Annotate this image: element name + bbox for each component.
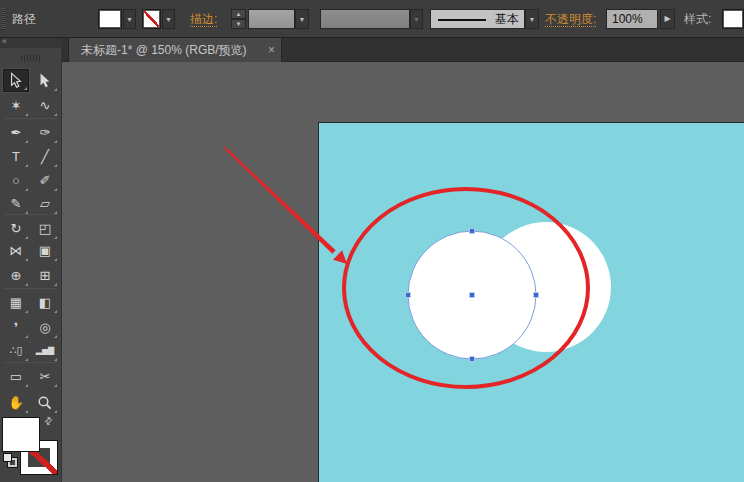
document-tab[interactable]: 未标题-1* @ 150% (RGB/预览) × [68, 38, 282, 62]
scale-tool[interactable]: ◰ [32, 217, 58, 240]
red-arrow-shaft [224, 147, 335, 254]
pencil-tool[interactable]: ✎ [3, 192, 29, 215]
perspective-grid-tool[interactable]: ⊞ [32, 264, 58, 287]
swap-fill-stroke-icon[interactable]: ⇄ [41, 414, 55, 428]
anchor-top[interactable] [470, 229, 475, 234]
type-tool[interactable]: T [3, 145, 29, 168]
eyedropper-icon: ❜ [14, 320, 18, 335]
opacity-panel-link[interactable]: 不透明度: [545, 0, 596, 38]
lasso-tool[interactable]: ∿ [32, 94, 58, 117]
default-fill-stroke-icon[interactable] [3, 453, 17, 467]
artboard-icon: ▭ [10, 369, 22, 384]
magic-wand-icon: ✶ [11, 98, 22, 113]
free-transform-icon: ▣ [39, 243, 51, 258]
curvature-pen-icon: ✑ [40, 125, 51, 140]
mini-fill-square [3, 453, 12, 462]
anchor-center[interactable] [470, 293, 475, 298]
variable-width-profile-field[interactable] [320, 9, 410, 29]
perspective-grid-icon: ⊞ [40, 268, 51, 283]
red-arrow-head [333, 250, 347, 264]
anchor-left[interactable] [406, 293, 411, 298]
mesh-icon: ▦ [10, 295, 22, 310]
mesh-tool[interactable]: ▦ [3, 291, 29, 314]
direct-selection-tool[interactable] [32, 69, 58, 92]
symbol-sprayer-tool[interactable]: ∴▯ [3, 339, 29, 362]
ellipse-icon: ○ [12, 173, 20, 188]
stroke-weight-dropdown-icon[interactable]: ▼ [295, 9, 309, 29]
fill-color-indicator[interactable] [2, 417, 40, 452]
anchor-right[interactable] [534, 293, 539, 298]
tools-panel: « ✶ ∿ ✒ ✑ T ╱ [0, 38, 62, 482]
shape-builder-tool[interactable]: ⊕ [3, 264, 29, 287]
curvature-tool[interactable]: ✑ [32, 121, 58, 144]
width-tool[interactable]: ⋈ [3, 239, 29, 262]
tab-close-icon[interactable]: × [268, 38, 275, 62]
style-swatch[interactable] [722, 9, 744, 29]
selection-arrow-icon [8, 72, 24, 89]
fill-dropdown-arrow-icon[interactable]: ▼ [123, 9, 136, 29]
zoom-tool[interactable] [32, 391, 58, 414]
panel-grip[interactable] [1, 8, 5, 30]
blend-tool[interactable]: ◎ [32, 316, 58, 339]
brush-definition-field[interactable]: 基本 [430, 9, 525, 29]
opacity-link-label: 不透明度: [545, 12, 596, 27]
stepper-up-icon[interactable]: ▲ [231, 9, 246, 19]
slice-tool[interactable]: ✂ [32, 365, 58, 388]
control-panel: 路径 ▼ ▼ 描边: ▲ ▼ ▼ ▼ 基本 ▼ 不透明度: 100% ▶ 样式: [0, 0, 744, 38]
brush-name: 基本 [495, 10, 519, 28]
variable-width-dropdown-icon[interactable]: ▼ [410, 9, 423, 29]
brush-stroke-preview [438, 19, 486, 21]
pen-icon: ✒ [11, 125, 22, 140]
selection-tool[interactable] [3, 69, 29, 92]
rotate-tool[interactable]: ↻ [3, 217, 29, 240]
rotate-icon: ↻ [11, 221, 22, 236]
pen-tool[interactable]: ✒ [3, 121, 29, 144]
magic-wand-tool[interactable]: ✶ [3, 94, 29, 117]
zoom-magnifier-icon [37, 395, 53, 411]
stroke-color-swatch[interactable] [142, 9, 161, 29]
red-arrow-annotation [224, 147, 347, 264]
tools-panel-header: « [0, 38, 62, 48]
column-graph-tool[interactable]: ▂▅▇ [32, 339, 58, 362]
stepper-down-icon[interactable]: ▼ [231, 19, 246, 29]
fill-color-swatch[interactable] [98, 9, 122, 29]
line-segment-tool[interactable]: ╱ [32, 145, 58, 168]
brush-dropdown-icon[interactable]: ▼ [525, 9, 539, 29]
hand-tool[interactable]: ✋ [3, 391, 29, 414]
anchor-bottom[interactable] [470, 357, 475, 362]
collapse-panel-icon[interactable]: « [2, 36, 7, 46]
canvas-overlay [62, 62, 744, 482]
eyedropper-tool[interactable]: ❜ [3, 316, 29, 339]
opacity-slider-arrow-icon[interactable]: ▶ [660, 9, 675, 29]
document-canvas[interactable] [62, 62, 744, 482]
illustrator-window: 路径 ▼ ▼ 描边: ▲ ▼ ▼ ▼ 基本 ▼ 不透明度: 100% ▶ 样式:… [0, 0, 744, 482]
document-tab-bar: 未标题-1* @ 150% (RGB/预览) × [62, 38, 744, 62]
paintbrush-tool[interactable]: ✐ [32, 169, 58, 192]
hand-icon: ✋ [8, 395, 24, 410]
paintbrush-icon: ✐ [40, 173, 51, 188]
tools-divider [4, 288, 58, 289]
selection-type-label: 路径 [12, 0, 36, 38]
ellipse-tool[interactable]: ○ [3, 169, 29, 192]
line-segment-icon: ╱ [41, 149, 49, 164]
eraser-icon: ▱ [40, 196, 50, 211]
lasso-icon: ∿ [40, 98, 51, 113]
width-tool-icon: ⋈ [10, 243, 23, 258]
gradient-tool[interactable]: ◧ [32, 291, 58, 314]
opacity-input[interactable]: 100% [606, 9, 658, 29]
stroke-weight-field[interactable] [248, 9, 295, 29]
document-tab-title: 未标题-1* @ 150% (RGB/预览) [81, 38, 247, 62]
free-transform-tool[interactable]: ▣ [32, 239, 58, 262]
slice-icon: ✂ [40, 369, 51, 384]
scale-icon: ◰ [39, 221, 51, 236]
stroke-link-label: 描边: [190, 12, 217, 27]
artboard-tool[interactable]: ▭ [3, 365, 29, 388]
shape-builder-icon: ⊕ [11, 268, 22, 283]
stroke-panel-link[interactable]: 描边: [190, 0, 217, 38]
eraser-tool[interactable]: ▱ [32, 192, 58, 215]
stroke-dropdown-arrow-icon[interactable]: ▼ [162, 9, 175, 29]
tools-panel-grip[interactable] [21, 55, 42, 61]
type-icon: T [12, 149, 20, 164]
tools-divider [4, 118, 58, 119]
stroke-weight-stepper[interactable]: ▲ ▼ [231, 9, 246, 29]
